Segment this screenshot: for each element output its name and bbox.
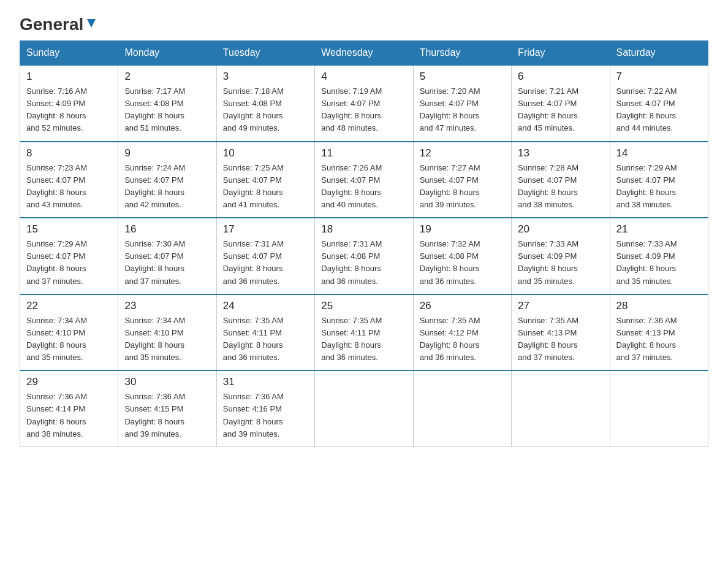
day-info: Sunrise: 7:30 AMSunset: 4:07 PMDaylight:… [124, 239, 185, 285]
day-info: Sunrise: 7:29 AMSunset: 4:07 PMDaylight:… [26, 239, 87, 285]
day-number: 11 [321, 147, 406, 159]
day-info: Sunrise: 7:35 AMSunset: 4:12 PMDaylight:… [420, 316, 480, 362]
day-number: 3 [223, 71, 308, 83]
day-number: 5 [420, 71, 505, 83]
calendar-day-cell: 1 Sunrise: 7:16 AMSunset: 4:09 PMDayligh… [20, 65, 118, 142]
calendar-day-cell: 18 Sunrise: 7:31 AMSunset: 4:08 PMDaylig… [315, 218, 413, 294]
day-info: Sunrise: 7:31 AMSunset: 4:08 PMDaylight:… [321, 239, 382, 285]
day-info: Sunrise: 7:24 AMSunset: 4:07 PMDaylight:… [124, 163, 185, 209]
day-info: Sunrise: 7:35 AMSunset: 4:11 PMDaylight:… [321, 316, 382, 362]
svg-marker-0 [87, 19, 96, 28]
day-number: 26 [420, 300, 505, 312]
calendar-day-cell: 7 Sunrise: 7:22 AMSunset: 4:07 PMDayligh… [610, 65, 708, 142]
logo-arrow-icon [85, 17, 98, 33]
logo: General [20, 15, 98, 31]
calendar-day-cell: 29 Sunrise: 7:36 AMSunset: 4:14 PMDaylig… [20, 370, 118, 446]
weekday-header-tuesday: Tuesday [216, 41, 314, 66]
calendar-day-cell: 28 Sunrise: 7:36 AMSunset: 4:13 PMDaylig… [610, 294, 708, 371]
day-number: 19 [420, 223, 505, 236]
calendar-week-row: 8 Sunrise: 7:23 AMSunset: 4:07 PMDayligh… [20, 142, 708, 218]
day-number: 6 [518, 71, 603, 83]
day-info: Sunrise: 7:25 AMSunset: 4:07 PMDaylight:… [223, 163, 284, 209]
calendar-day-cell: 6 Sunrise: 7:21 AMSunset: 4:07 PMDayligh… [512, 65, 610, 142]
day-info: Sunrise: 7:34 AMSunset: 4:10 PMDaylight:… [124, 316, 185, 362]
calendar-day-cell: 26 Sunrise: 7:35 AMSunset: 4:12 PMDaylig… [413, 294, 511, 371]
calendar-week-row: 15 Sunrise: 7:29 AMSunset: 4:07 PMDaylig… [20, 218, 708, 294]
logo-general-text: General [20, 15, 83, 34]
day-number: 25 [321, 300, 406, 312]
calendar-day-cell: 13 Sunrise: 7:28 AMSunset: 4:07 PMDaylig… [512, 142, 610, 218]
day-info: Sunrise: 7:28 AMSunset: 4:07 PMDaylight:… [518, 163, 578, 209]
day-number: 21 [616, 223, 702, 236]
day-number: 13 [518, 147, 603, 159]
calendar-day-cell: 23 Sunrise: 7:34 AMSunset: 4:10 PMDaylig… [118, 294, 216, 371]
day-info: Sunrise: 7:23 AMSunset: 4:07 PMDaylight:… [26, 163, 87, 209]
day-info: Sunrise: 7:21 AMSunset: 4:07 PMDaylight:… [518, 86, 578, 132]
day-number: 8 [26, 147, 112, 159]
weekday-header-wednesday: Wednesday [315, 41, 413, 66]
empty-cell [610, 370, 708, 446]
calendar-week-row: 22 Sunrise: 7:34 AMSunset: 4:10 PMDaylig… [20, 294, 708, 371]
day-number: 12 [420, 147, 505, 159]
day-number: 29 [26, 376, 112, 388]
calendar-day-cell: 31 Sunrise: 7:36 AMSunset: 4:16 PMDaylig… [216, 370, 314, 446]
day-info: Sunrise: 7:17 AMSunset: 4:08 PMDaylight:… [124, 86, 185, 132]
day-number: 16 [124, 223, 210, 236]
calendar-day-cell: 11 Sunrise: 7:26 AMSunset: 4:07 PMDaylig… [315, 142, 413, 218]
day-info: Sunrise: 7:20 AMSunset: 4:07 PMDaylight:… [420, 86, 480, 132]
day-number: 31 [223, 376, 308, 388]
day-info: Sunrise: 7:35 AMSunset: 4:13 PMDaylight:… [518, 316, 578, 362]
day-number: 1 [26, 71, 112, 83]
calendar-day-cell: 27 Sunrise: 7:35 AMSunset: 4:13 PMDaylig… [512, 294, 610, 371]
day-number: 23 [124, 300, 210, 312]
empty-cell [413, 370, 511, 446]
day-info: Sunrise: 7:31 AMSunset: 4:07 PMDaylight:… [223, 239, 284, 285]
calendar-day-cell: 24 Sunrise: 7:35 AMSunset: 4:11 PMDaylig… [216, 294, 314, 371]
weekday-header-sunday: Sunday [20, 41, 118, 66]
calendar-day-cell: 16 Sunrise: 7:30 AMSunset: 4:07 PMDaylig… [118, 218, 216, 294]
weekday-header-saturday: Saturday [610, 41, 708, 66]
day-info: Sunrise: 7:36 AMSunset: 4:16 PMDaylight:… [223, 392, 284, 438]
calendar-day-cell: 5 Sunrise: 7:20 AMSunset: 4:07 PMDayligh… [413, 65, 511, 142]
day-info: Sunrise: 7:35 AMSunset: 4:11 PMDaylight:… [223, 316, 284, 362]
empty-cell [512, 370, 610, 446]
day-number: 24 [223, 300, 308, 312]
day-number: 30 [124, 376, 210, 388]
calendar-day-cell: 3 Sunrise: 7:18 AMSunset: 4:08 PMDayligh… [216, 65, 314, 142]
calendar-day-cell: 8 Sunrise: 7:23 AMSunset: 4:07 PMDayligh… [20, 142, 118, 218]
day-info: Sunrise: 7:32 AMSunset: 4:08 PMDaylight:… [420, 239, 480, 285]
calendar-day-cell: 25 Sunrise: 7:35 AMSunset: 4:11 PMDaylig… [315, 294, 413, 371]
day-number: 10 [223, 147, 308, 159]
day-info: Sunrise: 7:22 AMSunset: 4:07 PMDaylight:… [616, 86, 677, 132]
page-header: General [20, 15, 708, 31]
day-info: Sunrise: 7:29 AMSunset: 4:07 PMDaylight:… [616, 163, 677, 209]
day-number: 27 [518, 300, 603, 312]
calendar-day-cell: 2 Sunrise: 7:17 AMSunset: 4:08 PMDayligh… [118, 65, 216, 142]
day-number: 15 [26, 223, 112, 236]
day-number: 2 [124, 71, 210, 83]
day-info: Sunrise: 7:18 AMSunset: 4:08 PMDaylight:… [223, 86, 284, 132]
weekday-header-thursday: Thursday [413, 41, 511, 66]
day-number: 4 [321, 71, 406, 83]
calendar-day-cell: 30 Sunrise: 7:36 AMSunset: 4:15 PMDaylig… [118, 370, 216, 446]
calendar-day-cell: 4 Sunrise: 7:19 AMSunset: 4:07 PMDayligh… [315, 65, 413, 142]
empty-cell [315, 370, 413, 446]
day-info: Sunrise: 7:33 AMSunset: 4:09 PMDaylight:… [616, 239, 677, 285]
weekday-header-row: SundayMondayTuesdayWednesdayThursdayFrid… [20, 41, 708, 66]
calendar-day-cell: 9 Sunrise: 7:24 AMSunset: 4:07 PMDayligh… [118, 142, 216, 218]
day-number: 28 [616, 300, 702, 312]
day-number: 22 [26, 300, 112, 312]
day-info: Sunrise: 7:26 AMSunset: 4:07 PMDaylight:… [321, 163, 382, 209]
day-number: 20 [518, 223, 603, 236]
day-info: Sunrise: 7:36 AMSunset: 4:13 PMDaylight:… [616, 316, 677, 362]
day-number: 14 [616, 147, 702, 159]
day-number: 9 [124, 147, 210, 159]
weekday-header-monday: Monday [118, 41, 216, 66]
calendar-day-cell: 10 Sunrise: 7:25 AMSunset: 4:07 PMDaylig… [216, 142, 314, 218]
day-info: Sunrise: 7:27 AMSunset: 4:07 PMDaylight:… [420, 163, 480, 209]
calendar-table: SundayMondayTuesdayWednesdayThursdayFrid… [20, 40, 708, 447]
day-number: 7 [616, 71, 702, 83]
calendar-day-cell: 19 Sunrise: 7:32 AMSunset: 4:08 PMDaylig… [413, 218, 511, 294]
calendar-day-cell: 17 Sunrise: 7:31 AMSunset: 4:07 PMDaylig… [216, 218, 314, 294]
calendar-day-cell: 14 Sunrise: 7:29 AMSunset: 4:07 PMDaylig… [610, 142, 708, 218]
